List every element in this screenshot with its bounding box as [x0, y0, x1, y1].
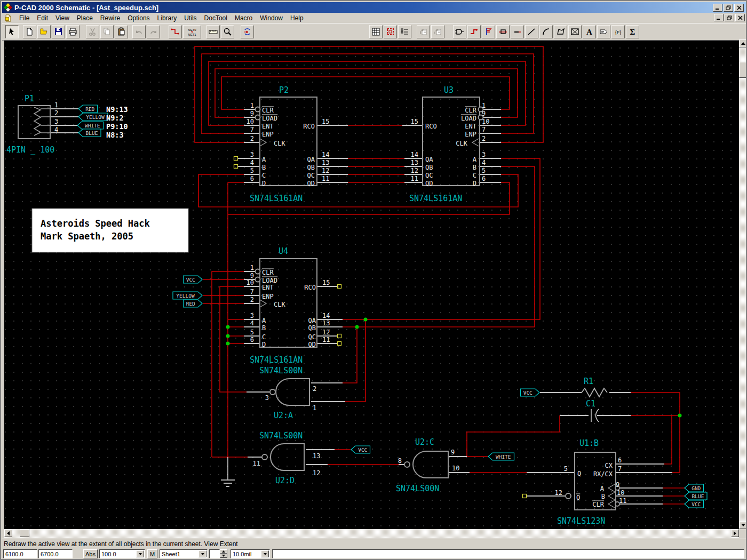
toolbar-button-xref-prev[interactable]: [417, 25, 430, 38]
schematic-label: R1: [584, 377, 593, 386]
menu-item-utils[interactable]: Utils: [180, 13, 200, 23]
menu-item-edit[interactable]: Edit: [33, 13, 52, 23]
menu-item-window[interactable]: Window: [256, 13, 287, 23]
scroll-left-button[interactable]: [4, 529, 12, 537]
menu-item-file[interactable]: File: [15, 13, 33, 23]
toolbar-button-place-field-box[interactable]: [568, 25, 582, 38]
abs-rel-button[interactable]: Abs: [83, 549, 98, 558]
scroll-up-button[interactable]: [739, 39, 747, 47]
schematic-label: 12: [313, 469, 320, 477]
schematic-label: CLK: [456, 140, 467, 147]
schematic-label: 5: [250, 329, 254, 336]
horizontal-scrollbar[interactable]: [4, 529, 739, 538]
record-spinner[interactable]: [220, 549, 227, 558]
dropdown-arrow-icon[interactable]: [136, 550, 144, 557]
toolbar-button-wire-mode[interactable]: [169, 25, 182, 38]
update-connectivity-icon: [243, 27, 252, 36]
toolbar-button-print[interactable]: [66, 25, 80, 38]
toolbar-button-net-rename[interactable]: NET0NET1: [183, 25, 201, 38]
toolbar-button-place-part-red[interactable]: [384, 25, 397, 38]
toolbar-button-measure[interactable]: [206, 25, 220, 38]
toolbar-button-place-gate[interactable]: [453, 25, 466, 38]
vertical-scroll-thumb[interactable]: [739, 62, 747, 78]
toolbar-button-update-connectivity[interactable]: [241, 25, 254, 38]
schematic-label: 7: [482, 126, 486, 133]
menu-item-library[interactable]: Library: [154, 13, 181, 23]
toolbar-button-undo[interactable]: [132, 25, 146, 38]
schematic-label: 9: [616, 481, 619, 489]
menu-item-options[interactable]: Options: [124, 13, 153, 23]
svg-text:NET1: NET1: [188, 33, 196, 36]
toolbar-button-save-document[interactable]: [52, 25, 65, 38]
schematic-label: 4: [482, 159, 486, 166]
toolbar-button-zoom-window[interactable]: [221, 25, 234, 38]
sigma-icon: Σ: [628, 27, 637, 36]
toolbar-button-place-line[interactable]: [525, 25, 538, 38]
schematic-label: QB: [308, 324, 316, 332]
schematic-label: P1: [25, 94, 34, 103]
record-field[interactable]: [209, 549, 220, 558]
net-flag-label: RED: [85, 106, 94, 112]
x-coordinate-field[interactable]: 6100.0: [3, 549, 37, 558]
close-button[interactable]: [734, 4, 744, 12]
schematic-label: U2:A: [274, 411, 293, 420]
toolbar-button-place-bus[interactable]: [482, 25, 495, 38]
toolbar-button-sheets-grid[interactable]: [369, 25, 383, 38]
toolbar-button-place-attribute[interactable]: [597, 25, 610, 38]
restore-button[interactable]: [724, 4, 733, 12]
toolbar-button-bom-list[interactable]: [398, 25, 411, 38]
schematic-label: 6: [618, 457, 622, 464]
scroll-right-button[interactable]: [731, 529, 739, 537]
menu-bar: FileEditViewPlaceRewireOptionsLibraryUti…: [2, 13, 746, 23]
schematic-label: 11: [619, 497, 626, 505]
toolbar-button-redo[interactable]: [147, 25, 160, 38]
title-bar[interactable]: P-CAD 2000 Schematic - [Ast_speedup.sch]: [2, 2, 746, 13]
dropdown-arrow-icon[interactable]: [198, 550, 206, 557]
minimize-button[interactable]: [713, 4, 722, 12]
menu-item-view[interactable]: View: [52, 13, 73, 23]
toolbar-button-cut[interactable]: [86, 25, 99, 38]
vertical-scrollbar[interactable]: [739, 39, 747, 529]
menu-item-place[interactable]: Place: [73, 13, 97, 23]
schematic-label: 13: [313, 452, 320, 460]
schematic-label: QA: [308, 317, 316, 324]
menu-item-help[interactable]: Help: [287, 13, 307, 23]
y-coordinate-field[interactable]: 6700.0: [38, 549, 73, 558]
doc-minimize-button[interactable]: [714, 14, 724, 21]
grid-spacing-dropdown[interactable]: 10.0mil: [231, 549, 270, 558]
window-title: P-CAD 2000 Schematic - [Ast_speedup.sch]: [14, 4, 158, 12]
toolbar-button-select-tool[interactable]: [5, 25, 19, 38]
toolbar-button-xref-next[interactable]: [431, 25, 444, 38]
zoom-level-dropdown[interactable]: 100.0: [99, 549, 145, 558]
toolbar-button-place-port[interactable]: [496, 25, 510, 38]
schematic-label: QB: [425, 164, 433, 171]
schematic-label: B: [262, 324, 266, 332]
doc-restore-button[interactable]: [725, 14, 734, 21]
scroll-down-button[interactable]: [739, 521, 747, 529]
schematic-label: C: [262, 333, 266, 341]
schematic-label: 1: [250, 102, 254, 109]
doc-close-button[interactable]: [735, 14, 745, 21]
horizontal-scroll-thumb[interactable]: [20, 529, 29, 537]
schematic-canvas[interactable]: REDYELLOWWHITEBLUEVCCYELLOWREDVCCVCCWHIT…: [4, 39, 739, 529]
toolbar-button-paste[interactable]: [115, 25, 128, 38]
toolbar-button-copy[interactable]: [100, 25, 114, 38]
dropdown-arrow-icon[interactable]: [261, 550, 269, 557]
schematic-label: Q: [577, 470, 581, 477]
toolbar-button-bus-entry[interactable]: [511, 25, 524, 38]
toolbar-button-place-text[interactable]: A: [583, 25, 596, 38]
schematic-label: ENP: [465, 131, 476, 138]
toolbar-button-field-braces[interactable]: {F}: [611, 25, 625, 38]
toolbar-button-sigma[interactable]: Σ: [626, 25, 639, 38]
toolbar-button-place-wire[interactable]: [467, 25, 481, 38]
menu-item-rewire[interactable]: Rewire: [97, 13, 124, 23]
macro-button[interactable]: M: [147, 549, 157, 558]
menu-item-doctool[interactable]: DocTool: [201, 13, 231, 23]
toolbar-button-open-document[interactable]: [37, 25, 51, 38]
toolbar-button-new-document[interactable]: [23, 25, 36, 38]
toolbar-button-place-arc[interactable]: [539, 25, 553, 38]
note-box: [32, 209, 188, 252]
menu-item-macro[interactable]: Macro: [231, 13, 256, 23]
sheet-dropdown[interactable]: Sheet1: [160, 549, 208, 558]
toolbar-button-place-polygon[interactable]: [554, 25, 567, 38]
